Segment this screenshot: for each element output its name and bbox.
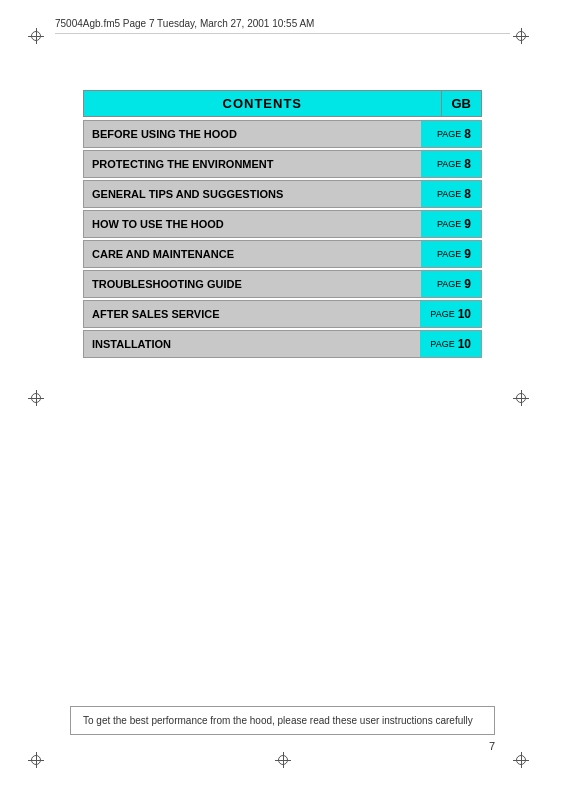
page-num: 9 xyxy=(464,277,471,291)
toc-rows: BEFORE USING THE HOODPAGE 8PROTECTING TH… xyxy=(83,120,482,358)
page: 75004Agb.fm5 Page 7 Tuesday, March 27, 2… xyxy=(0,0,565,800)
toc-row-page: PAGE 10 xyxy=(420,331,481,357)
page-num: 10 xyxy=(458,307,471,321)
toc-row: HOW TO USE THE HOODPAGE 9 xyxy=(83,210,482,238)
toc-row-label: AFTER SALES SERVICE xyxy=(84,301,420,327)
footer-note: To get the best performance from the hoo… xyxy=(70,706,495,735)
toc-row: CARE AND MAINTENANCEPAGE 9 xyxy=(83,240,482,268)
toc-row-label: TROUBLESHOOTING GUIDE xyxy=(84,271,421,297)
crosshair-top-right xyxy=(513,28,529,44)
page-word: PAGE xyxy=(437,219,461,229)
toc-row: AFTER SALES SERVICEPAGE 10 xyxy=(83,300,482,328)
crosshair-mid-right xyxy=(513,390,529,406)
toc-row-label: HOW TO USE THE HOOD xyxy=(84,211,421,237)
page-word: PAGE xyxy=(430,339,454,349)
page-word: PAGE xyxy=(437,249,461,259)
toc-row: TROUBLESHOOTING GUIDEPAGE 9 xyxy=(83,270,482,298)
toc-row-page: PAGE 10 xyxy=(420,301,481,327)
toc-row-page: PAGE 8 xyxy=(421,121,481,147)
page-num: 8 xyxy=(464,157,471,171)
toc-row: BEFORE USING THE HOODPAGE 8 xyxy=(83,120,482,148)
file-info: 75004Agb.fm5 Page 7 Tuesday, March 27, 2… xyxy=(55,18,314,29)
page-number: 7 xyxy=(489,740,495,752)
toc-row-page: PAGE 8 xyxy=(421,181,481,207)
toc-row: GENERAL TIPS AND SUGGESTIONSPAGE 8 xyxy=(83,180,482,208)
page-word: PAGE xyxy=(437,189,461,199)
toc-row-label: BEFORE USING THE HOOD xyxy=(84,121,421,147)
page-num: 9 xyxy=(464,217,471,231)
toc-row-page: PAGE 9 xyxy=(421,211,481,237)
page-word: PAGE xyxy=(430,309,454,319)
toc-row-label: INSTALLATION xyxy=(84,331,420,357)
contents-title-row: CONTENTS GB xyxy=(83,90,482,117)
page-num: 8 xyxy=(464,187,471,201)
crosshair-bot-left xyxy=(28,752,44,768)
crosshair-bot-center xyxy=(275,752,291,768)
page-word: PAGE xyxy=(437,159,461,169)
crosshair-mid-left xyxy=(28,390,44,406)
header-bar: 75004Agb.fm5 Page 7 Tuesday, March 27, 2… xyxy=(55,18,510,34)
contents-gb-label: GB xyxy=(441,90,483,117)
toc-row-page: PAGE 8 xyxy=(421,151,481,177)
toc-row-page: PAGE 9 xyxy=(421,241,481,267)
toc-row-label: GENERAL TIPS AND SUGGESTIONS xyxy=(84,181,421,207)
page-word: PAGE xyxy=(437,279,461,289)
toc-row: PROTECTING THE ENVIRONMENTPAGE 8 xyxy=(83,150,482,178)
footer-note-text: To get the best performance from the hoo… xyxy=(83,715,473,726)
toc-row-page: PAGE 9 xyxy=(421,271,481,297)
contents-title: CONTENTS xyxy=(83,90,441,117)
page-num: 10 xyxy=(458,337,471,351)
page-word: PAGE xyxy=(437,129,461,139)
page-num: 8 xyxy=(464,127,471,141)
toc-row-label: PROTECTING THE ENVIRONMENT xyxy=(84,151,421,177)
crosshair-bot-right xyxy=(513,752,529,768)
toc-row-label: CARE AND MAINTENANCE xyxy=(84,241,421,267)
page-num: 9 xyxy=(464,247,471,261)
contents-table: CONTENTS GB BEFORE USING THE HOODPAGE 8P… xyxy=(83,90,482,360)
crosshair-top-left xyxy=(28,28,44,44)
toc-row: INSTALLATIONPAGE 10 xyxy=(83,330,482,358)
